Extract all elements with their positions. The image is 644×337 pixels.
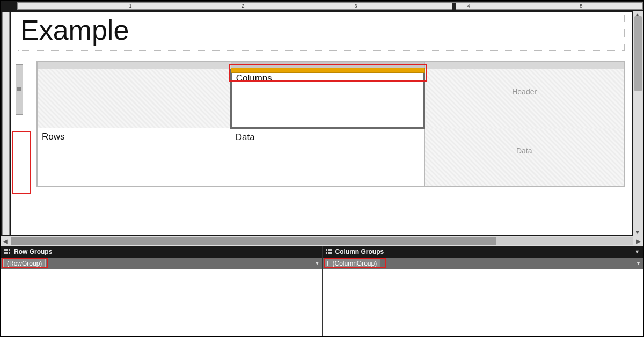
chevron-down-icon[interactable]: ▼ <box>635 249 640 254</box>
row-groups-pane[interactable]: Row Groups (RowGroup) ▼ <box>1 246 323 336</box>
tablix-col-header-handle[interactable] <box>425 62 624 69</box>
scroll-right-icon[interactable]: ▶ <box>634 238 643 244</box>
ruler-mark: 4 <box>467 3 470 9</box>
tablix-column-group-cell[interactable]: Columns <box>231 69 425 128</box>
column-group-chip[interactable]: [ (ColumnGroup) <box>325 259 381 268</box>
grid-icon <box>326 249 332 254</box>
ghost-header-text: Header <box>425 69 624 96</box>
column-groups-pane[interactable]: Column Groups ▼ [ (ColumnGroup) ▼ <box>323 246 643 336</box>
ruler-mark: 2 <box>241 3 244 9</box>
column-groups-header[interactable]: Column Groups ▼ <box>323 246 643 258</box>
chevron-down-icon[interactable]: ▼ <box>315 261 320 266</box>
grid-icon <box>4 249 11 254</box>
horizontal-scrollbar[interactable]: ◀ ▶ <box>1 236 643 246</box>
row-group-item-row[interactable]: (RowGroup) ▼ <box>1 258 322 269</box>
chevron-down-icon[interactable]: ▼ <box>636 261 641 266</box>
ruler-mark: 5 <box>580 3 582 9</box>
scroll-left-icon[interactable]: ◀ <box>1 238 10 244</box>
report-title-text: Example <box>20 14 129 46</box>
horizontal-ruler[interactable]: 1 2 3 4 5 <box>1 1 643 11</box>
column-groups-title: Column Groups <box>335 248 384 255</box>
data-cell-text: Data <box>231 129 425 146</box>
tablix-corner-cell[interactable] <box>38 69 231 128</box>
column-group-label: (ColumnGroup) <box>333 260 377 267</box>
tablix-region[interactable]: Columns Header Rows Data <box>36 61 625 187</box>
tablix-row-group-cell[interactable]: Rows <box>38 128 231 186</box>
vertical-ruler[interactable] <box>2 12 10 235</box>
scrollbar-thumb[interactable] <box>634 16 642 91</box>
ruler-mark: 3 <box>354 3 357 9</box>
column-group-indicator <box>231 68 425 73</box>
row-group-chip[interactable]: (RowGroup) <box>3 259 46 268</box>
row-groups-header[interactable]: Row Groups <box>1 246 322 258</box>
column-group-item-row[interactable]: [ (ColumnGroup) ▼ <box>323 258 643 269</box>
ruler-mark: 1 <box>129 3 131 9</box>
bracket-icon: [ <box>327 260 329 266</box>
scroll-down-icon[interactable]: ▼ <box>635 229 640 235</box>
rows-cell-text: Rows <box>38 128 231 145</box>
tablix-data-placeholder[interactable]: Data <box>425 128 624 186</box>
ghost-data-text: Data <box>425 128 624 155</box>
tablix-col-header-handle[interactable] <box>38 62 231 69</box>
tablix-header-placeholder[interactable]: Header <box>425 69 624 128</box>
ruler-tab-stop[interactable] <box>452 3 456 10</box>
tablix-data-cell[interactable]: Data <box>231 128 425 186</box>
grouping-pane: Row Groups (RowGroup) ▼ Column Groups ▼ … <box>1 246 643 336</box>
hscroll-thumb[interactable] <box>11 237 496 245</box>
design-canvas[interactable]: Example <box>11 12 632 235</box>
report-title-textbox[interactable]: Example <box>18 12 625 51</box>
vertical-scrollbar[interactable]: ▲ ▼ <box>633 11 643 236</box>
row-group-label: (RowGroup) <box>7 260 42 267</box>
row-groups-title: Row Groups <box>14 248 52 255</box>
row-group-handle[interactable] <box>12 61 26 186</box>
